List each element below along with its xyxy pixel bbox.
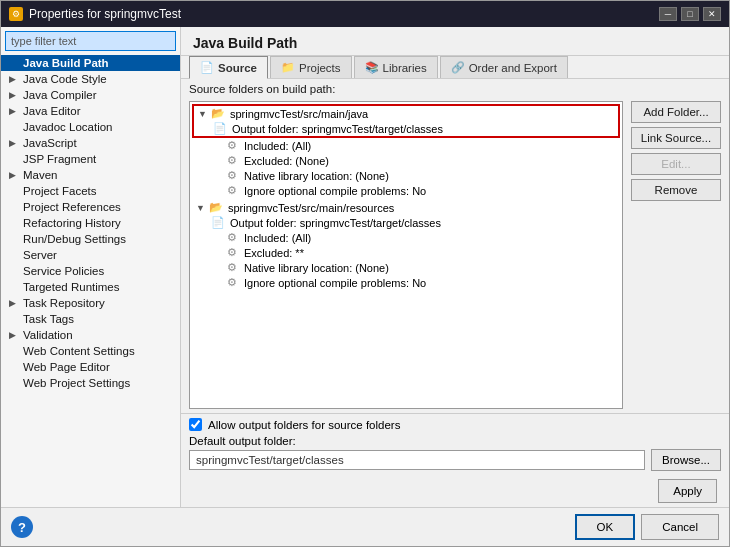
window-icon: ⚙ bbox=[9, 7, 23, 21]
collapse-icon: ▼ bbox=[196, 203, 204, 213]
expand-icon: ▶ bbox=[9, 138, 19, 148]
settings-icon: ⚙ bbox=[224, 231, 240, 244]
expand-icon: ▶ bbox=[9, 90, 19, 100]
sidebar-item-jsp-fragment[interactable]: JSP Fragment bbox=[1, 151, 180, 167]
sidebar-item-java-editor[interactable]: ▶ Java Editor bbox=[1, 103, 180, 119]
native-lib-none1[interactable]: ⚙ Native library location: (None) bbox=[192, 168, 620, 183]
title-bar: ⚙ Properties for springmvcTest ─ □ ✕ bbox=[1, 1, 729, 27]
folder-icon: 📂 bbox=[210, 107, 226, 120]
remove-button[interactable]: Remove bbox=[631, 179, 721, 201]
sidebar-item-project-facets[interactable]: Project Facets bbox=[1, 183, 180, 199]
allow-output-checkbox[interactable] bbox=[189, 418, 202, 431]
sidebar-item-run-debug-settings[interactable]: Run/Debug Settings bbox=[1, 231, 180, 247]
link-source-button[interactable]: Link Source... bbox=[631, 127, 721, 149]
sidebar-item-java-build-path[interactable]: Java Build Path bbox=[1, 55, 180, 71]
tabs-bar: 📄 Source 📁 Projects 📚 Libraries 🔗 Order … bbox=[181, 56, 729, 79]
apply-button[interactable]: Apply bbox=[658, 479, 717, 503]
maximize-button[interactable]: □ bbox=[681, 7, 699, 21]
sidebar-item-targeted-runtimes[interactable]: Targeted Runtimes bbox=[1, 279, 180, 295]
collapse-icon: ▼ bbox=[198, 109, 206, 119]
filter-input[interactable] bbox=[5, 31, 176, 51]
excluded-all2[interactable]: ⚙ Excluded: ** bbox=[192, 245, 620, 260]
included-all2[interactable]: ⚙ Included: (All) bbox=[192, 230, 620, 245]
settings-icon: ⚙ bbox=[224, 276, 240, 289]
sidebar-item-java-compiler[interactable]: ▶ Java Compiler bbox=[1, 87, 180, 103]
source-folder-resources[interactable]: ▼ 📂 springmvcTest/src/main/resources bbox=[192, 200, 620, 215]
allow-output-label: Allow output folders for source folders bbox=[208, 419, 400, 431]
tab-source[interactable]: 📄 Source bbox=[189, 56, 268, 79]
settings-icon: ⚙ bbox=[224, 154, 240, 167]
settings-icon: ⚙ bbox=[224, 169, 240, 182]
sidebar-item-refactoring-history[interactable]: Refactoring History bbox=[1, 215, 180, 231]
properties-window: ⚙ Properties for springmvcTest ─ □ ✕ Jav… bbox=[0, 0, 730, 547]
close-button[interactable]: ✕ bbox=[703, 7, 721, 21]
content-area: ▼ 📂 springmvcTest/src/main/java 📄 Output… bbox=[181, 97, 729, 413]
main-content: Java Build Path ▶ Java Code Style ▶ Java… bbox=[1, 27, 729, 507]
sidebar-item-java-code-style[interactable]: ▶ Java Code Style bbox=[1, 71, 180, 87]
libraries-tab-icon: 📚 bbox=[365, 61, 379, 74]
footer: ? OK Cancel bbox=[1, 507, 729, 546]
output-folder-java[interactable]: 📄 Output folder: springmvcTest/target/cl… bbox=[194, 121, 618, 136]
order-tab-icon: 🔗 bbox=[451, 61, 465, 74]
sidebar-item-validation[interactable]: ▶ Validation bbox=[1, 327, 180, 343]
included-all[interactable]: ⚙ Included: (All) bbox=[192, 138, 620, 153]
expand-icon: ▶ bbox=[9, 106, 19, 116]
tab-order-export[interactable]: 🔗 Order and Export bbox=[440, 56, 568, 78]
output-row: Browse... bbox=[189, 449, 721, 471]
sidebar-item-task-tags[interactable]: Task Tags bbox=[1, 311, 180, 327]
add-folder-button[interactable]: Add Folder... bbox=[631, 101, 721, 123]
source-folder-resources-group: ▼ 📂 springmvcTest/src/main/resources 📄 O… bbox=[192, 200, 620, 230]
excluded-none[interactable]: ⚙ Excluded: (None) bbox=[192, 153, 620, 168]
projects-tab-icon: 📁 bbox=[281, 61, 295, 74]
sidebar-item-server[interactable]: Server bbox=[1, 247, 180, 263]
sidebar-item-web-page-editor[interactable]: Web Page Editor bbox=[1, 359, 180, 375]
tab-projects[interactable]: 📁 Projects bbox=[270, 56, 352, 78]
minimize-button[interactable]: ─ bbox=[659, 7, 677, 21]
sidebar-item-web-content-settings[interactable]: Web Content Settings bbox=[1, 343, 180, 359]
settings-icon: ⚙ bbox=[224, 246, 240, 259]
sidebar-item-service-policies[interactable]: Service Policies bbox=[1, 263, 180, 279]
footer-right: OK Cancel bbox=[575, 514, 719, 540]
ok-button[interactable]: OK bbox=[575, 514, 636, 540]
section-label: Source folders on build path: bbox=[181, 79, 729, 97]
sidebar-item-task-repository[interactable]: ▶ Task Repository bbox=[1, 295, 180, 311]
native-lib-none2[interactable]: ⚙ Native library location: (None) bbox=[192, 260, 620, 275]
cancel-button[interactable]: Cancel bbox=[641, 514, 719, 540]
settings-icon: ⚙ bbox=[224, 139, 240, 152]
output-folder-input[interactable] bbox=[189, 450, 645, 470]
expand-icon: ▶ bbox=[9, 298, 19, 308]
sidebar-item-project-references[interactable]: Project References bbox=[1, 199, 180, 215]
sidebar-item-javascript[interactable]: ▶ JavaScript bbox=[1, 135, 180, 151]
sidebar-item-web-project-settings[interactable]: Web Project Settings bbox=[1, 375, 180, 391]
browse-button[interactable]: Browse... bbox=[651, 449, 721, 471]
checkbox-row: Allow output folders for source folders bbox=[189, 418, 721, 431]
source-settings-group1: ⚙ Included: (All) ⚙ Excluded: (None) ⚙ N… bbox=[192, 138, 620, 198]
help-button[interactable]: ? bbox=[11, 516, 33, 538]
expand-icon: ▶ bbox=[9, 170, 19, 180]
source-settings-group2: ⚙ Included: (All) ⚙ Excluded: ** ⚙ Nativ… bbox=[192, 230, 620, 290]
source-folder-java[interactable]: ▼ 📂 springmvcTest/src/main/java bbox=[194, 106, 618, 121]
output-folder-resources[interactable]: 📄 Output folder: springmvcTest/target/cl… bbox=[192, 215, 620, 230]
settings-icon: ⚙ bbox=[224, 261, 240, 274]
output-icon: 📄 bbox=[210, 216, 226, 229]
panel-title: Java Build Path bbox=[181, 27, 729, 56]
sidebar-item-maven[interactable]: ▶ Maven bbox=[1, 167, 180, 183]
sidebar-item-javadoc-location[interactable]: Javadoc Location bbox=[1, 119, 180, 135]
edit-button[interactable]: Edit... bbox=[631, 153, 721, 175]
bottom-area: Allow output folders for source folders … bbox=[181, 413, 729, 475]
source-tab-icon: 📄 bbox=[200, 61, 214, 74]
settings-icon: ⚙ bbox=[224, 184, 240, 197]
expand-icon: ▶ bbox=[9, 74, 19, 84]
left-panel: Java Build Path ▶ Java Code Style ▶ Java… bbox=[1, 27, 181, 507]
footer-left: ? bbox=[11, 516, 33, 538]
ignore-optional2[interactable]: ⚙ Ignore optional compile problems: No bbox=[192, 275, 620, 290]
ignore-optional1[interactable]: ⚙ Ignore optional compile problems: No bbox=[192, 183, 620, 198]
apply-row: Apply bbox=[181, 475, 729, 507]
output-icon: 📄 bbox=[212, 122, 228, 135]
window-title: Properties for springmvcTest bbox=[29, 7, 181, 21]
folder-icon: 📂 bbox=[208, 201, 224, 214]
right-panel: Java Build Path 📄 Source 📁 Projects 📚 Li… bbox=[181, 27, 729, 507]
tab-libraries[interactable]: 📚 Libraries bbox=[354, 56, 438, 78]
output-folder-label: Default output folder: bbox=[189, 435, 721, 447]
selected-source-group: ▼ 📂 springmvcTest/src/main/java 📄 Output… bbox=[192, 104, 620, 138]
